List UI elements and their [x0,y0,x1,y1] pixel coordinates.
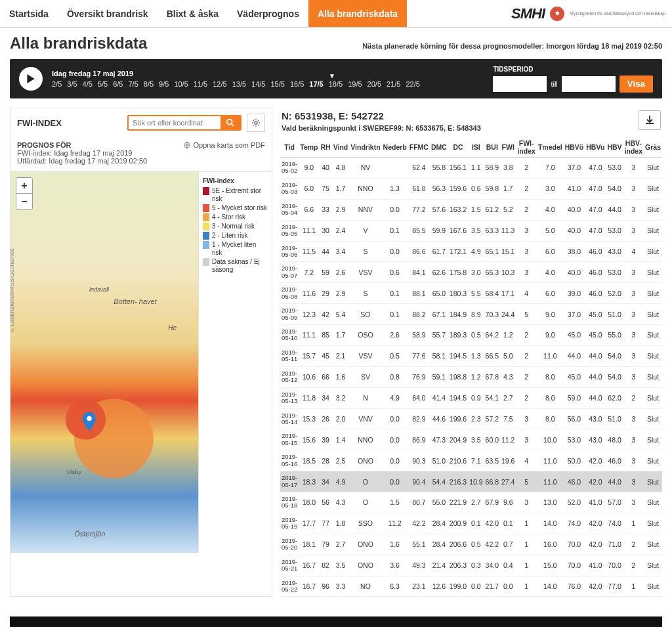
table-row[interactable]: 2019-05-1917.7771.8SSO11.242.228.4200.90… [280,513,662,534]
table-cell: 9.6 [500,492,516,513]
table-cell: 42.0 [585,513,606,534]
table-row[interactable]: 2019-05-2018.1792.7ONO1.655.128.4206.60.… [280,534,662,555]
table-row[interactable]: 2019-05-1311.8343.2N4.964.041.4194.50.95… [280,387,662,408]
timeline-date[interactable]: 14/5 [251,80,265,88]
table-cell: 77.2 [408,199,430,220]
nav-item-2[interactable]: Blixt & åska [158,0,228,27]
table-row[interactable]: 2019-05-0912.3425.4SO0.188.267.1184.98.9… [280,304,662,325]
timeline-date[interactable]: 4/5 [83,80,93,88]
legend-swatch [203,204,209,212]
table-row[interactable]: 2019-05-1415.3262.0VNV0.082.944.6199.62.… [280,408,662,429]
table-cell: 4.8 [332,158,350,179]
nav-item-1[interactable]: Översikt brandrisk [58,0,158,27]
table-cell: 2 [516,199,536,220]
timeline-date[interactable]: 6/5 [113,80,123,88]
table-row[interactable]: 2019-05-046.6332.9NNV0.077.257.6163.21.5… [280,199,662,220]
table-cell: 3 [623,471,644,492]
period-from-input[interactable] [493,76,547,92]
table-row[interactable]: 2019-05-1011.1851.7OSO2.658.955.7189.30.… [280,325,662,346]
coord-title: N: 6531938, E: 542722 [282,110,481,121]
timeline-date[interactable]: 20/5 [368,80,381,88]
nav-item-4[interactable]: Alla brandriskdata [308,0,407,27]
table-header: ISI [468,137,484,158]
table-row[interactable]: 2019-05-036.0751.7NNO1.361.856.3159.60.6… [280,178,662,199]
table-cell: 4.9 [468,241,484,262]
table-cell: 11.0 [537,471,564,492]
timeline-marker-icon: ▼ [329,72,335,79]
table-cell: 2 [623,387,644,408]
map[interactable]: + − © Lantmäteriet/MSB/Geonames Botten- … [10,172,198,553]
table-cell: 29 [320,283,332,304]
timeline-date[interactable]: 12/5 [213,80,226,88]
table-cell: Slut [644,158,662,179]
timeline-date[interactable]: 3/5 [67,80,77,88]
table-cell: 4 [623,241,644,262]
table-cell: ONO [349,450,381,471]
search-button[interactable] [220,116,240,129]
open-map-pdf-link[interactable]: Öppna karta som PDF [183,141,265,149]
table-row[interactable]: 2019-05-1818.0564.3O1.580.755.0221.92.76… [280,492,662,513]
table-cell: 180.3 [448,283,468,304]
table-row[interactable]: 2019-05-1210.6661.6SV0.876.959.1198.81.2… [280,366,662,387]
table-cell: 3.6 [382,555,408,576]
zoom-out-button[interactable]: − [16,194,32,209]
table-cell: 18.5 [299,450,319,471]
timeline-date[interactable]: 17/5 [309,80,323,88]
table-row[interactable]: 2019-05-0811.6292.9S0.188.165.0180.35.56… [280,283,662,304]
play-button[interactable] [19,67,43,91]
table-row[interactable]: 2019-05-1515.6391.4NNO0.086.947.3204.93.… [280,429,662,450]
table-row[interactable]: 2019-05-0611.5443.4S0.086.661.7172.14.96… [280,241,662,262]
map-marker-icon [82,412,96,426]
table-cell: 2019-05-20 [280,534,299,555]
timeline-date[interactable]: 7/5 [128,80,138,88]
legend-item: 1 - Mycket liten risk [203,241,268,257]
search-input[interactable] [129,116,220,129]
timeline-date[interactable]: 9/5 [159,80,169,88]
timeline-date[interactable]: 22/5 [406,80,419,88]
table-row[interactable]: 2019-05-1115.7452.1VSV0.577.658.1194.51.… [280,345,662,366]
timeline-date[interactable]: 19/5 [348,80,362,88]
table-cell: N [349,387,381,408]
timeline-date[interactable]: 15/5 [270,80,284,88]
visa-button[interactable]: Visa [620,76,653,93]
table-cell: Slut [644,262,662,283]
table-header: Tid [280,137,299,158]
timeline-date[interactable]: 18/5 [329,80,343,88]
table-row[interactable]: 2019-05-029.0404.8NV62.455.8156.11.158.9… [280,158,662,179]
table-cell: 70.3 [484,304,500,325]
table-cell: 3 [516,262,536,283]
table-cell: 7.2 [299,262,319,283]
table-cell: 46.0 [585,262,606,283]
map-zoom-controls: + − [16,177,33,210]
timeline-date[interactable]: 5/5 [98,80,108,88]
zoom-in-button[interactable]: + [16,178,32,194]
table-cell: 0.4 [500,555,516,576]
table-row[interactable]: 2019-05-0511.1302.4V0.185.559.9167.63.56… [280,220,662,241]
period-to-input[interactable] [562,76,616,92]
table-cell: 4 [516,450,536,471]
map-label-indsvall: lndsvall [89,286,109,293]
timeline-date[interactable]: 10/5 [174,80,188,88]
timeline-date[interactable]: 16/5 [290,80,304,88]
table-cell: 45.0 [564,366,585,387]
table-cell: 156.1 [448,158,468,179]
table-cell: 51.0 [606,304,623,325]
table-cell: 0.8 [382,366,408,387]
table-cell: 1.3 [468,345,484,366]
download-button[interactable] [639,110,661,130]
timeline-date[interactable]: 11/5 [194,80,207,88]
table-row[interactable]: 2019-05-2116.7823.5ONO3.649.321.4206.30.… [280,555,662,576]
timeline-date[interactable]: 21/5 [387,80,400,88]
table-row[interactable]: 2019-05-077.2592.6VSV0.684.162.6175.83.0… [280,262,662,283]
timeline-date[interactable]: 13/5 [232,80,246,88]
timeline-date[interactable]: 8/5 [144,80,154,88]
nav-item-0[interactable]: Startsida [0,0,58,27]
table-row[interactable]: 2019-05-1618.5282.5ONO0.090.351.0210.67.… [280,450,662,471]
nav-item-3[interactable]: Väderprognos [228,0,308,27]
legend-swatch [203,232,209,240]
table-cell: 66.3 [484,262,500,283]
table-row[interactable]: 2019-05-1718.3344.9O0.090.454.4216.310.9… [280,471,662,492]
table-row[interactable]: 2019-05-2216.7963.3NO6.323.112.6199.00.0… [280,576,662,597]
timeline-date[interactable]: 2/5 [52,80,62,88]
settings-button[interactable] [247,114,265,132]
